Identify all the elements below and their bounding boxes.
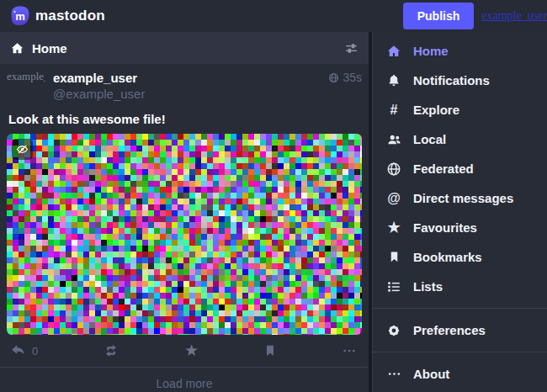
nav-label: Preferences <box>413 323 486 337</box>
home-timeline-column: Home example_user example_user @example_… <box>0 32 369 392</box>
top-bar: m mastodon Publish example_user <box>0 0 547 32</box>
media-attachment[interactable] <box>7 134 362 335</box>
bookmark-icon <box>385 250 402 264</box>
account-link[interactable]: example_user <box>481 9 547 23</box>
favourite-button[interactable]: ★ <box>184 342 199 359</box>
mastodon-logo-icon: m <box>9 5 31 27</box>
nav-label: Direct messages <box>413 191 513 205</box>
column-settings-sliders-icon[interactable] <box>344 41 358 56</box>
nav-label: Favourites <box>413 220 477 235</box>
account-names[interactable]: example_user @example_user <box>53 69 328 108</box>
boost-icon <box>103 342 119 359</box>
nav-label: Notifications <box>413 73 490 87</box>
nav-label: Bookmarks <box>413 250 482 264</box>
star-icon: ★ <box>385 219 402 236</box>
nav-item-favourites[interactable]: ★ Favourites <box>373 213 547 242</box>
nav-item-federated[interactable]: Federated <box>373 154 547 183</box>
ellipsis-icon <box>342 343 357 358</box>
list-icon <box>385 279 402 294</box>
sidebar-divider <box>373 352 547 352</box>
more-button[interactable] <box>342 343 357 358</box>
mastodon-brand-link[interactable]: m mastodon <box>9 5 105 27</box>
boost-button[interactable] <box>103 342 119 359</box>
post-header: example_user example_user @example_user … <box>7 69 362 108</box>
timestamp: 35s <box>343 71 362 84</box>
navigation-sidebar: Home Notifications # Explore Local <box>372 32 547 392</box>
ellipsis-icon <box>385 367 402 381</box>
status-post: example_user example_user @example_user … <box>0 64 369 335</box>
display-name: example_user <box>53 70 328 86</box>
home-icon <box>385 44 402 59</box>
reply-count: 0 <box>32 345 38 358</box>
noise-image[interactable] <box>7 134 362 335</box>
nav-item-local[interactable]: Local <box>373 124 547 154</box>
svg-text:m: m <box>15 10 25 23</box>
nav-label: Local <box>413 132 446 146</box>
nav-item-explore[interactable]: # Explore <box>373 95 547 124</box>
eye-off-icon <box>16 143 29 156</box>
reply-icon <box>10 342 27 359</box>
star-icon: ★ <box>184 342 199 359</box>
avatar[interactable]: example_user <box>7 69 45 108</box>
nav-item-direct-messages[interactable]: @ Direct messages <box>373 183 547 213</box>
bookmark-icon <box>263 343 277 358</box>
nav-label: About <box>413 367 449 381</box>
column-title: Home <box>32 41 67 56</box>
nav-item-bookmarks[interactable]: Bookmarks <box>373 242 547 272</box>
main-layout: Home example_user example_user @example_… <box>0 32 547 392</box>
gear-icon <box>385 323 402 338</box>
at-icon: @ <box>385 190 402 207</box>
bell-icon <box>385 73 402 88</box>
nav-label: Home <box>413 44 449 58</box>
home-icon <box>10 41 24 56</box>
column-header-home[interactable]: Home <box>0 32 369 64</box>
nav-item-lists[interactable]: Lists <box>373 272 547 301</box>
account-handle: @example_user <box>53 86 328 102</box>
nav-item-home[interactable]: Home <box>373 36 547 66</box>
timestamp-link[interactable]: 35s <box>328 71 362 84</box>
publish-button[interactable]: Publish <box>403 3 475 29</box>
public-globe-icon <box>328 72 339 83</box>
users-icon <box>385 132 402 147</box>
nav-item-notifications[interactable]: Notifications <box>373 66 547 95</box>
nav-label: Explore <box>413 103 459 117</box>
bookmark-button[interactable] <box>263 343 277 358</box>
reply-button[interactable]: 0 <box>10 342 38 359</box>
sidebar-divider <box>373 308 547 309</box>
globe-icon <box>385 162 402 177</box>
hashtag-icon: # <box>385 102 402 119</box>
load-more-button[interactable]: Load more <box>0 367 369 392</box>
brand-wordmark: mastodon <box>35 8 105 24</box>
nav-item-about[interactable]: About <box>373 359 547 389</box>
status-text: Look at this awesome file! <box>8 111 362 127</box>
nav-item-preferences[interactable]: Preferences <box>373 315 547 345</box>
status-action-bar: 0 ★ <box>0 335 369 367</box>
nav-label: Federated <box>413 162 474 176</box>
nav-label: Lists <box>413 279 443 294</box>
hide-media-button[interactable] <box>12 139 33 160</box>
